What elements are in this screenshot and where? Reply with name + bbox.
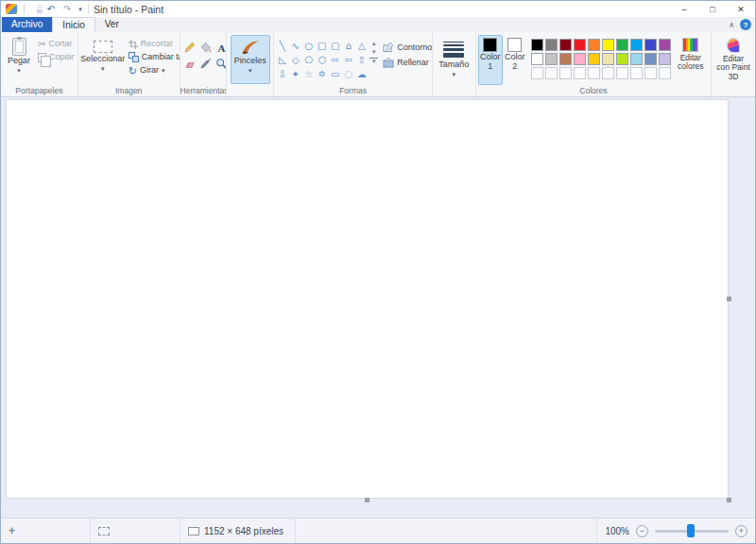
callout-rectangle-shape-button[interactable]: ▭ (329, 67, 341, 80)
cut-button[interactable]: ✂ Cortar (38, 39, 75, 49)
palette-color-c8bfe7[interactable] (659, 53, 671, 65)
shapes-more-button[interactable]: ▼ (369, 58, 378, 64)
palette-empty-slot[interactable] (545, 67, 558, 79)
canvas-resize-handle-bottom[interactable] (365, 498, 369, 502)
hexagon-shape-button[interactable]: ⬡ (316, 53, 328, 66)
size-label: Tamaño (438, 60, 469, 70)
palette-color-000000[interactable] (531, 39, 543, 51)
pencil-tool-button[interactable] (182, 41, 197, 55)
arrow-up-shape-button[interactable]: ⇧ (355, 53, 368, 66)
palette-color-ffc90e[interactable] (588, 53, 600, 65)
callout-oval-shape-button[interactable]: ◌ (342, 67, 354, 80)
text-tool-button[interactable]: A (215, 41, 228, 55)
status-cursor-position: + (1, 518, 91, 543)
tab-ver[interactable]: Ver (95, 17, 129, 32)
polygon-shape-button[interactable]: ⌂ (342, 39, 354, 52)
collapse-ribbon-button[interactable]: ∧ (729, 21, 734, 29)
shapes-scroll-up-button[interactable]: ▲ (369, 41, 378, 46)
minimize-button[interactable]: – (670, 1, 698, 17)
palette-empty-slot[interactable] (659, 67, 671, 79)
palette-color-ffaec9[interactable] (574, 53, 586, 65)
palette-color-880015[interactable] (559, 39, 572, 51)
fill-tool-button[interactable] (198, 41, 213, 55)
crop-button[interactable]: Recortar (129, 39, 180, 49)
color2-button[interactable]: Color 2 (503, 35, 527, 85)
resize-button[interactable]: Cambiar tamaño (129, 52, 180, 62)
eyedropper-tool-button[interactable] (198, 57, 213, 71)
palette-color-7092be[interactable] (644, 53, 657, 65)
rotate-button[interactable]: ↻ Girar ▾ (129, 65, 180, 76)
close-button[interactable]: ✕ (727, 1, 755, 17)
select-button[interactable]: Seleccionar ▾ (80, 35, 126, 85)
palette-color-ffffff[interactable] (531, 53, 543, 65)
canvas-resize-handle-corner[interactable] (727, 498, 731, 502)
size-button[interactable]: Tamaño ▾ (435, 35, 472, 85)
palette-empty-slot[interactable] (559, 67, 572, 79)
palette-empty-slot[interactable] (531, 67, 543, 79)
drawing-canvas[interactable] (6, 99, 729, 499)
tab-inicio[interactable]: Inicio (52, 17, 94, 32)
palette-empty-slot[interactable] (602, 67, 614, 79)
size-icon (443, 42, 464, 58)
arrow-right-shape-button[interactable]: ⇨ (329, 53, 341, 66)
palette-color-00a2e8[interactable] (630, 39, 643, 51)
paint3d-label: Editar con Paint 3D (715, 55, 751, 81)
outline-button[interactable]: Contorno ▾ (383, 42, 433, 53)
callout-cloud-shape-button[interactable]: ☁ (355, 67, 368, 80)
palette-color-efe4b0[interactable] (602, 53, 614, 65)
arrow-down-shape-button[interactable]: ⇩ (276, 67, 288, 80)
palette-color-b97a57[interactable] (559, 53, 572, 65)
customize-qat-button[interactable]: ▾ (76, 6, 85, 13)
maximize-button[interactable]: □ (698, 1, 727, 17)
rounded-rectangle-shape-button[interactable]: ▢ (329, 39, 341, 52)
select-label: Seleccionar (80, 55, 125, 64)
star-5-shape-button[interactable]: ☆ (302, 67, 315, 80)
copy-button[interactable]: Copiar (38, 52, 75, 62)
eraser-tool-button[interactable] (182, 57, 197, 71)
palette-color-c3c3c3[interactable] (545, 53, 558, 65)
palette-color-ed1c24[interactable] (574, 39, 586, 51)
palette-color-3f48cc[interactable] (644, 39, 657, 51)
canvas-resize-handle-right[interactable] (727, 297, 731, 301)
help-button[interactable]: ? (740, 19, 751, 30)
zoom-slider[interactable] (655, 530, 729, 533)
palette-empty-slot[interactable] (574, 67, 586, 79)
palette-color-99d9ea[interactable] (630, 53, 643, 65)
zoom-in-button[interactable]: + (735, 525, 747, 537)
arrow-left-shape-button[interactable]: ⇦ (342, 53, 354, 66)
palette-color-a349a4[interactable] (659, 39, 671, 51)
close-icon: ✕ (737, 5, 745, 14)
zoom-slider-thumb[interactable] (687, 524, 695, 537)
undo-button[interactable]: ↶ (43, 4, 59, 14)
tab-archivo[interactable]: Archivo (2, 17, 52, 32)
oval-shape-button[interactable]: ○ (302, 39, 315, 52)
line-shape-button[interactable]: ╲ (276, 39, 288, 52)
pentagon-shape-button[interactable]: ⬠ (302, 53, 315, 66)
star-6-shape-button[interactable]: ✡ (316, 67, 328, 80)
redo-button[interactable]: ↷ (60, 4, 75, 14)
palette-color-22b14c[interactable] (616, 39, 628, 51)
paste-button[interactable]: Pegar ▾ (3, 35, 35, 85)
palette-empty-slot[interactable] (630, 67, 643, 79)
color1-button[interactable]: Color 1 (478, 35, 503, 85)
shapes-scroll-down-button[interactable]: ▼ (369, 49, 378, 55)
shape-fill-button[interactable]: Rellenar ▾ (383, 58, 433, 68)
rectangle-shape-button[interactable]: □ (316, 39, 328, 52)
magnifier-tool-button[interactable] (215, 57, 228, 71)
triangle-shape-button[interactable]: △ (355, 39, 368, 52)
palette-empty-slot[interactable] (644, 67, 657, 79)
diamond-shape-button[interactable]: ◇ (289, 53, 301, 66)
palette-empty-slot[interactable] (588, 67, 600, 79)
zoom-out-button[interactable]: − (636, 525, 648, 537)
palette-color-b5e61d[interactable] (616, 53, 628, 65)
curve-shape-button[interactable]: ∿ (289, 39, 301, 52)
palette-empty-slot[interactable] (616, 67, 628, 79)
palette-color-fff200[interactable] (602, 39, 614, 51)
star-4-shape-button[interactable]: ✦ (289, 67, 301, 80)
palette-color-7f7f7f[interactable] (545, 39, 558, 51)
right-triangle-shape-button[interactable]: ◺ (276, 53, 288, 66)
edit-colors-button[interactable]: Editar colores (674, 35, 708, 85)
palette-color-ff7f27[interactable] (588, 39, 600, 51)
edit-with-paint3d-button[interactable]: Editar con Paint 3D (713, 35, 753, 85)
brushes-button[interactable]: Pinceles ▾ (231, 35, 270, 84)
